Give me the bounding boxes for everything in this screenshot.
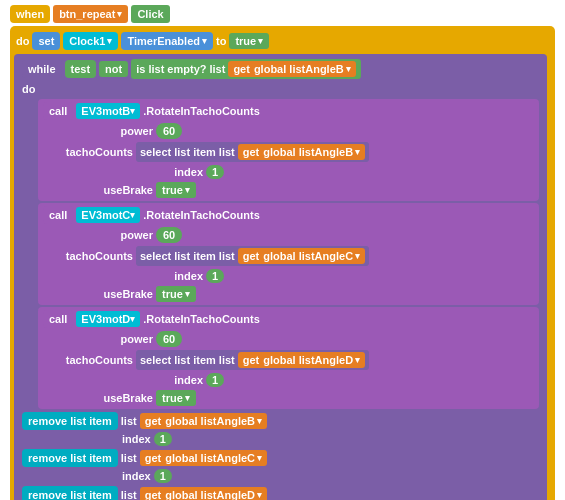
remove-D-row: remove list item list get global listAng… bbox=[22, 486, 539, 500]
tacho-row-2: tachoCounts select list item list get gl… bbox=[53, 246, 534, 266]
ev3motC-label: EV3motC bbox=[81, 209, 130, 221]
while-row: while test not is list empty? list get g… bbox=[18, 57, 543, 81]
ev3motB-block[interactable]: EV3motB ▾ bbox=[76, 103, 140, 119]
listAngleC-tacho-label: global listAngleC bbox=[263, 250, 353, 262]
power-value-1[interactable]: 60 bbox=[156, 123, 182, 139]
list-word-1: list bbox=[219, 146, 235, 158]
remove-list-block-1[interactable]: remove list item bbox=[22, 412, 118, 430]
index-value-2[interactable]: 1 bbox=[206, 269, 224, 283]
test-block[interactable]: test bbox=[65, 60, 97, 78]
ev3motC-block[interactable]: EV3motC ▾ bbox=[76, 207, 140, 223]
when-row: when btn_repeat ▾ Click bbox=[10, 5, 565, 23]
usebrake-value-1[interactable]: true ▾ bbox=[156, 182, 196, 198]
when-block[interactable]: when bbox=[10, 5, 50, 23]
power-label-3: power bbox=[73, 333, 153, 345]
is-list-empty-label: is list empty? bbox=[136, 63, 206, 75]
call-motB-section: call EV3motB ▾ .RotateInTachoCounts powe… bbox=[38, 99, 539, 201]
get-listAngleC-tacho-block[interactable]: get global listAngleC ▾ bbox=[238, 248, 365, 264]
not-block[interactable]: not bbox=[99, 61, 128, 77]
remove-listAngleC-label: global listAngleC bbox=[165, 452, 255, 464]
get-remove-label-1: get bbox=[145, 415, 162, 427]
btn-repeat-block[interactable]: btn_repeat ▾ bbox=[53, 5, 128, 23]
click-label: Click bbox=[137, 8, 163, 20]
get-listAngleB-tacho-block[interactable]: get global listAngleB ▾ bbox=[238, 144, 365, 160]
index-row-1: index 1 bbox=[123, 165, 534, 179]
clock1-block[interactable]: Clock1 ▾ bbox=[63, 32, 118, 50]
to-label: to bbox=[216, 35, 226, 47]
while-block[interactable]: while bbox=[22, 60, 62, 78]
call-block-2[interactable]: call bbox=[43, 206, 73, 224]
get-remove-listAngleC[interactable]: get global listAngleC ▾ bbox=[140, 450, 267, 466]
remove-index-num-2: 1 bbox=[160, 470, 166, 482]
remove-index-num-1: 1 bbox=[160, 433, 166, 445]
tacho-label-1: tachoCounts bbox=[53, 146, 133, 158]
clock1-label: Clock1 bbox=[69, 35, 105, 47]
power-label-1: power bbox=[73, 125, 153, 137]
true-block[interactable]: true ▾ bbox=[229, 33, 269, 49]
select-item-block-2[interactable]: select list item list get global listAng… bbox=[136, 246, 369, 266]
usebrake-value-2[interactable]: true ▾ bbox=[156, 286, 196, 302]
remove-B-section: remove list item list get global listAng… bbox=[22, 412, 539, 446]
usebrake-row-2: useBrake true ▾ bbox=[73, 286, 534, 302]
timer-enabled-block[interactable]: TimerEnabled ▾ bbox=[121, 32, 213, 50]
remove-list-word-3: list bbox=[121, 489, 137, 500]
remove-index-value-1[interactable]: 1 bbox=[154, 432, 172, 446]
not-label: not bbox=[105, 63, 122, 75]
get-remove-label-3: get bbox=[145, 489, 162, 500]
select-item-block-3[interactable]: select list item list get global listAng… bbox=[136, 350, 369, 370]
rotate-label-3: .RotateInTachoCounts bbox=[143, 313, 260, 325]
btn-repeat-label: btn_repeat bbox=[59, 8, 115, 20]
get-listAngleD-tacho-block[interactable]: get global listAngleD ▾ bbox=[238, 352, 365, 368]
remove-label-2: remove list item bbox=[28, 452, 112, 464]
set-label: set bbox=[38, 35, 54, 47]
remove-list-block-3[interactable]: remove list item bbox=[22, 486, 118, 500]
listAngleD-tacho-label: global listAngleD bbox=[263, 354, 353, 366]
get-listAngleB-block[interactable]: get global listAngleB ▾ bbox=[228, 61, 355, 77]
remove-index-value-2[interactable]: 1 bbox=[154, 469, 172, 483]
call-label-1: call bbox=[49, 105, 67, 117]
index-num-3: 1 bbox=[212, 374, 218, 386]
usebrake-value-3[interactable]: true ▾ bbox=[156, 390, 196, 406]
list-word-3: list bbox=[219, 354, 235, 366]
click-block[interactable]: Click bbox=[131, 5, 169, 23]
ev3motD-dropdown-icon: ▾ bbox=[130, 314, 135, 324]
tacho-row-1: tachoCounts select list item list get gl… bbox=[53, 142, 534, 162]
do-inner-row: do bbox=[18, 81, 543, 97]
call-block-1[interactable]: call bbox=[43, 102, 73, 120]
index-num-2: 1 bbox=[212, 270, 218, 282]
index-value-3[interactable]: 1 bbox=[206, 373, 224, 387]
power-value-2[interactable]: 60 bbox=[156, 227, 182, 243]
set-row: do set Clock1 ▾ TimerEnabled ▾ to true ▾ bbox=[10, 30, 551, 52]
list-word-2: list bbox=[219, 250, 235, 262]
index-label-1: index bbox=[123, 166, 203, 178]
rotate-label-1: .RotateInTachoCounts bbox=[143, 105, 260, 117]
timer-dropdown-icon: ▾ bbox=[202, 36, 207, 46]
usebrake-row-3: useBrake true ▾ bbox=[73, 390, 534, 406]
get-label-1: get bbox=[233, 63, 250, 75]
usebrake-dropdown-3: ▾ bbox=[185, 393, 190, 403]
remove-list-block-2[interactable]: remove list item bbox=[22, 449, 118, 467]
index-value-1[interactable]: 1 bbox=[206, 165, 224, 179]
usebrake-dropdown-1: ▾ bbox=[185, 185, 190, 195]
call-block-3[interactable]: call bbox=[43, 310, 73, 328]
select-item-block-1[interactable]: select list item list get global listAng… bbox=[136, 142, 369, 162]
power-row-1: power 60 bbox=[73, 123, 534, 139]
ev3motD-block[interactable]: EV3motD ▾ bbox=[76, 311, 140, 327]
index-label-2: index bbox=[123, 270, 203, 282]
set-block[interactable]: set bbox=[32, 32, 60, 50]
power-num-1: 60 bbox=[163, 125, 175, 137]
ev3motC-dropdown-icon: ▾ bbox=[130, 210, 135, 220]
get-remove-listAngleB[interactable]: get global listAngleB ▾ bbox=[140, 413, 267, 429]
is-list-empty-block[interactable]: is list empty? list get global listAngle… bbox=[131, 59, 361, 79]
ev3motD-label: EV3motD bbox=[81, 313, 130, 325]
power-row-3: power 60 bbox=[73, 331, 534, 347]
power-num-2: 60 bbox=[163, 229, 175, 241]
listAngleD-tacho-dropdown: ▾ bbox=[355, 355, 360, 365]
remove-listAngleD-dropdown: ▾ bbox=[257, 490, 262, 500]
usebrake-label-3: useBrake bbox=[73, 392, 153, 404]
remove-listAngleC-dropdown: ▾ bbox=[257, 453, 262, 463]
power-value-3[interactable]: 60 bbox=[156, 331, 182, 347]
get-remove-listAngleD[interactable]: get global listAngleD ▾ bbox=[140, 487, 267, 500]
call-motC-section: call EV3motC ▾ .RotateInTachoCounts powe… bbox=[38, 203, 539, 305]
call-motB-row: call EV3motB ▾ .RotateInTachoCounts bbox=[43, 102, 534, 120]
